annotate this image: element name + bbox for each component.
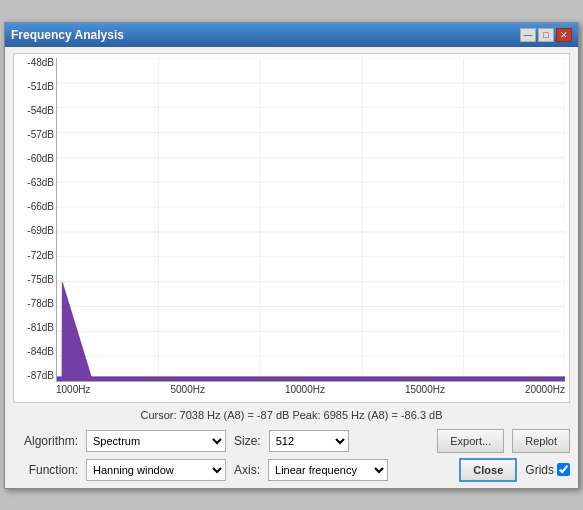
title-bar: Frequency Analysis — □ ✕ xyxy=(5,23,578,47)
y-axis-label: -54dB xyxy=(14,106,54,116)
y-axis-label: -51dB xyxy=(14,82,54,92)
y-axis-label: -75dB xyxy=(14,275,54,285)
y-axis-label: -63dB xyxy=(14,178,54,188)
grids-wrap: Grids xyxy=(525,463,570,477)
algorithm-label: Algorithm: xyxy=(13,434,78,448)
control-row-2: Function: Hanning windowHamming windowBl… xyxy=(13,458,570,482)
x-axis-label: 15000Hz xyxy=(405,384,445,400)
minimize-button[interactable]: — xyxy=(520,28,536,42)
y-axis-label: -87dB xyxy=(14,371,54,381)
x-axis-label: 20000Hz xyxy=(525,384,565,400)
x-axis-label: 5000Hz xyxy=(170,384,204,400)
axis-label: Axis: xyxy=(234,463,260,477)
control-row-1: Algorithm: SpectrumAutocorrelationCepstr… xyxy=(13,429,570,453)
chart-inner xyxy=(56,58,565,382)
chart-area: -48dB-51dB-54dB-57dB-60dB-63dB-66dB-69dB… xyxy=(13,53,570,403)
controls-panel: Algorithm: SpectrumAutocorrelationCepstr… xyxy=(5,425,578,488)
x-axis-label: 10000Hz xyxy=(285,384,325,400)
function-label: Function: xyxy=(13,463,78,477)
maximize-button[interactable]: □ xyxy=(538,28,554,42)
status-bar: Cursor: 7038 Hz (A8) = -87 dB Peak: 6985… xyxy=(5,407,578,425)
cursor-peak-status: Cursor: 7038 Hz (A8) = -87 dB Peak: 6985… xyxy=(140,409,442,421)
close-button[interactable]: Close xyxy=(459,458,517,482)
algorithm-select[interactable]: SpectrumAutocorrelationCepstrum xyxy=(86,430,226,452)
window-title: Frequency Analysis xyxy=(11,28,124,42)
frequency-chart-canvas xyxy=(57,58,565,381)
function-select[interactable]: Hanning windowHamming windowBlackman win… xyxy=(86,459,226,481)
x-axis-label: 1000Hz xyxy=(56,384,90,400)
size-select[interactable]: 256512102420484096 xyxy=(269,430,349,452)
y-axis-label: -81dB xyxy=(14,323,54,333)
grids-label: Grids xyxy=(525,463,554,477)
y-axis-label: -78dB xyxy=(14,299,54,309)
replot-button[interactable]: Replot xyxy=(512,429,570,453)
y-axis-label: -57dB xyxy=(14,130,54,140)
size-label: Size: xyxy=(234,434,261,448)
window-close-button[interactable]: ✕ xyxy=(556,28,572,42)
export-button[interactable]: Export... xyxy=(437,429,504,453)
y-axis-label: -66dB xyxy=(14,202,54,212)
y-axis-label: -84dB xyxy=(14,347,54,357)
y-axis-label: -69dB xyxy=(14,226,54,236)
x-axis-labels: 1000Hz5000Hz10000Hz15000Hz20000Hz xyxy=(56,384,565,400)
y-axis-labels: -48dB-51dB-54dB-57dB-60dB-63dB-66dB-69dB… xyxy=(14,54,56,402)
y-axis-label: -48dB xyxy=(14,58,54,68)
grids-checkbox[interactable] xyxy=(557,463,570,476)
title-bar-buttons: — □ ✕ xyxy=(520,28,572,42)
y-axis-label: -72dB xyxy=(14,251,54,261)
axis-select[interactable]: Linear frequencyLog frequencyLinear pitc… xyxy=(268,459,388,481)
y-axis-label: -60dB xyxy=(14,154,54,164)
frequency-analysis-window: Frequency Analysis — □ ✕ -48dB-51dB-54dB… xyxy=(4,22,579,489)
